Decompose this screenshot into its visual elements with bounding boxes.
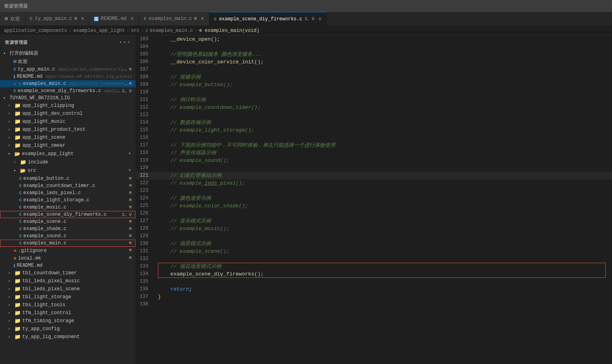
sidebar-item-example-scene[interactable]: C example_scene.c M <box>0 218 136 225</box>
sidebar-item-tbs-light-tools[interactable]: › 📁 tbs_light_tools <box>0 301 136 309</box>
tree-label: example_light_storage.c <box>24 197 129 203</box>
tree-label: tfm_light_control <box>22 310 134 316</box>
line-number: 103 <box>136 35 155 43</box>
line-number: 125 <box>136 202 155 210</box>
sidebar-item-example-leds-pixel[interactable]: C example_leds_pixel.c M <box>0 189 136 197</box>
sidebar-item-example-countdown[interactable]: C example_countdown_timer.c M <box>0 182 136 189</box>
sidebar-item-example-music[interactable]: C example_music.c M <box>0 204 136 211</box>
sidebar-item-examples-app-light[interactable]: ▾ 📂 examples_app_light • <box>0 150 136 158</box>
project-section[interactable]: ▾ TUYAOS_WF_BK7231N_LIG <box>0 94 136 102</box>
sidebar-item-app-light-product-test[interactable]: › 📁 app_light_product_test <box>0 126 136 134</box>
line-content <box>155 134 612 142</box>
sidebar-item-welcome[interactable]: ⊞ 欢迎 <box>0 57 136 66</box>
sidebar-item-examples-main-file[interactable]: C examples_main.c M <box>0 240 136 247</box>
tab-modified-badge: 2, U <box>305 17 314 21</box>
sidebar-item-ty-app-config[interactable]: › 📁 ty_app_config <box>0 325 136 333</box>
code-line-135: 135 <box>136 278 612 285</box>
tree-label: example_shade.c <box>24 226 129 232</box>
breadcrumb-part: application_components <box>4 28 67 33</box>
folder-icon: 📁 <box>14 310 21 316</box>
sidebar-item-examples-main[interactable]: ✕ C examples_main.c application_componen… <box>0 80 136 87</box>
sidebar-item-example-shade[interactable]: C example_shade.c M <box>0 225 136 232</box>
tree-label: tbl_leds_pixel_music <box>22 278 134 284</box>
line-content: // example_sound(); <box>155 157 612 164</box>
sidebar-item-include[interactable]: › 📁 include <box>0 158 136 166</box>
badge-m: M <box>129 67 134 72</box>
sidebar-item-app-light-music[interactable]: › 📁 app_light_music <box>0 118 136 126</box>
sidebar-item-example-light-storage[interactable]: C example_light_storage.c M <box>0 197 136 204</box>
sidebar-more-button[interactable]: ··· <box>119 39 131 46</box>
line-number: 122 <box>136 179 155 187</box>
chevron-right-icon: › <box>8 335 13 339</box>
tab-close-button[interactable]: × <box>130 16 134 22</box>
folder-icon: 📁 <box>14 142 21 149</box>
tree-label: app_light_smear <box>22 143 134 148</box>
open-editors-section[interactable]: ▾ 打开的编辑器 <box>0 49 136 57</box>
tab-example-scene-diy[interactable]: C example_scene_diy_fireworks.c 2, U × <box>209 12 327 26</box>
sidebar-item-tfm-timing-storage[interactable]: › 📁 tfm_timing_storage <box>0 317 136 325</box>
code-line-109: 109 // example_button(); <box>136 81 612 89</box>
c-file-icon: C <box>19 191 22 195</box>
sidebar-item-gitignore[interactable]: ◈ .gitignore M <box>0 247 136 254</box>
tab-readme[interactable]: i README.md × <box>89 12 139 26</box>
code-line-118: 118 // 声音传感器示例 <box>136 149 612 157</box>
badge-m: M <box>129 248 134 253</box>
sidebar-item-example-sound[interactable]: C example_sound.c M <box>0 232 136 240</box>
code-line-111: 111 // 倒计时示例 <box>136 96 612 104</box>
sidebar-item-app-light-clipping[interactable]: › 📁 app_light_clipping <box>0 102 136 110</box>
tabbar: ⊞ 欢迎 C ty_app_main.c M × i README.md × C… <box>0 12 612 26</box>
sidebar-item-ty-app-lig-component[interactable]: › 📁 ty_app_lig_component <box>0 333 136 341</box>
sidebar-item-tbl-leds-pixel-music[interactable]: › 📁 tbl_leds_pixel_music <box>0 277 136 285</box>
badge-m: M <box>129 256 134 260</box>
line-number: 136 <box>136 285 155 293</box>
sidebar-item-readme-tree[interactable]: ℹ README.md <box>0 262 136 269</box>
tree-label: examples_main.c <box>24 240 129 246</box>
line-content: // 倒计时示例 <box>155 96 612 104</box>
line-number: 121 <box>136 172 155 179</box>
sidebar-item-src[interactable]: ▾ 📂 src • <box>0 166 136 175</box>
tree-item-label: example_scene_diy_fireworks.c applicatio… <box>18 88 122 94</box>
tab-label: example_scene_diy_fireworks.c <box>219 16 302 22</box>
sidebar-item-example-scene-diy-fireworks[interactable]: C example_scene_diy_fireworks.c 2, U <box>0 211 136 218</box>
tree-label: README.md <box>17 263 134 268</box>
tab-label: README.md <box>101 16 127 22</box>
sidebar-item-tbl-countdown[interactable]: › 📁 tbl_countdown_timer <box>0 269 136 277</box>
c-file-icon: C <box>14 89 16 93</box>
sidebar-item-example-scene-diy[interactable]: C example_scene_diy_fireworks.c applicat… <box>0 87 136 94</box>
sidebar-item-ty-app-main[interactable]: C ty_app_main.c application_components\t… <box>0 66 136 73</box>
line-number: 109 <box>136 81 155 89</box>
tab-welcome[interactable]: ⊞ 欢迎 <box>0 12 25 26</box>
tree-label: example_countdown_timer.c <box>24 183 129 189</box>
line-content: //照明颜色基础服务 颜色渐变服务... <box>155 51 612 58</box>
line-number: 132 <box>136 255 155 263</box>
sidebar-item-example-button[interactable]: C example_button.c M <box>0 175 136 182</box>
sidebar-item-app-light-dev-control[interactable]: › 📁 app_light_dev_control <box>0 110 136 118</box>
sidebar-item-tbl-leds-pixel-scene[interactable]: › 📁 tbl_leds_pixel_scene <box>0 285 136 293</box>
chevron-right-icon: › <box>8 279 13 283</box>
chevron-right-icon: › <box>8 327 13 331</box>
sidebar-item-tfm-light-control[interactable]: › 📁 tfm_light_control <box>0 309 136 317</box>
badge-u: 2, U <box>122 212 134 217</box>
sidebar-item-local-mk[interactable]: ◈ local.mk M <box>0 254 136 262</box>
c-file-icon: C <box>19 198 22 203</box>
tree-label: tbl_leds_pixel_scene <box>22 286 134 292</box>
code-editor[interactable]: 103 __device_open(); 104 105 //照明颜色基础服务 … <box>136 35 612 364</box>
sidebar-item-tbl-light-storage[interactable]: › 📁 tbl_light_storage <box>0 293 136 301</box>
tab-examples-main[interactable]: C examples_main.c M × <box>139 12 209 26</box>
section-label: TUYAOS_WF_BK7231N_LIG <box>10 95 70 101</box>
tab-close-button[interactable]: × <box>81 16 84 22</box>
sidebar-item-readme-editor[interactable]: ℹ README.md apps\tuyaos_wf_bk7231n_lig_p… <box>0 73 136 80</box>
line-number: 110 <box>136 89 155 96</box>
tab-modified-badge: M <box>194 17 197 21</box>
sidebar-item-app-light-smear[interactable]: › 📁 app_light_smear <box>0 142 136 150</box>
chevron-right-icon: › <box>8 128 13 132</box>
badge-m: M <box>129 227 134 231</box>
sidebar-item-app-light-scene[interactable]: › 📁 app_light_scene <box>0 134 136 142</box>
breadcrumb-c-icon: C <box>146 28 148 33</box>
tab-close-button[interactable]: × <box>318 16 321 22</box>
tab-ty-app-main[interactable]: C ty_app_main.c M × <box>25 12 90 26</box>
tab-close-button[interactable]: × <box>201 16 204 22</box>
breadcrumb-function: ⊕ examples_main(void) <box>199 28 259 33</box>
folder-icon: 📁 <box>14 270 21 276</box>
tree-label: tbl_light_storage <box>22 294 134 300</box>
